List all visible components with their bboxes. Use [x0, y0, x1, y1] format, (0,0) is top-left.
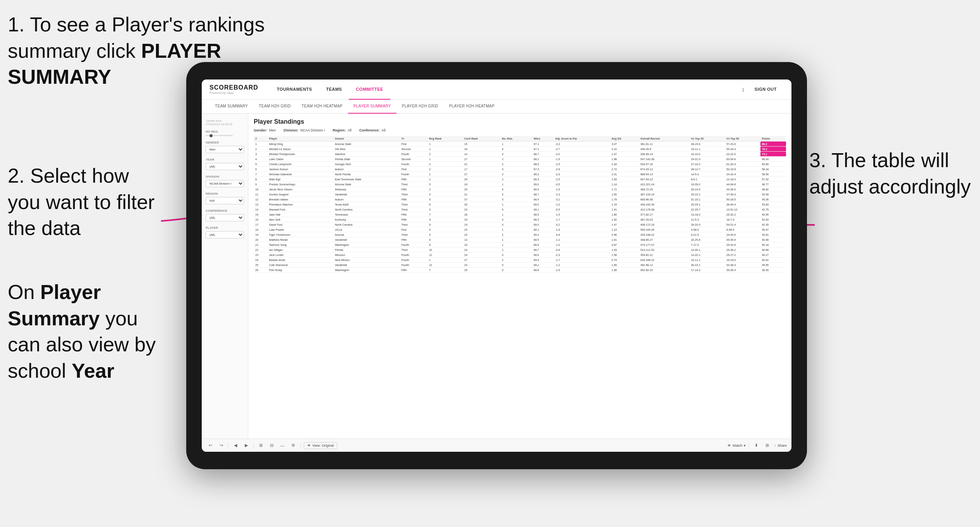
player-select[interactable]: (All) — [206, 231, 244, 238]
sub-nav-player-h2h-heatmap[interactable]: PLAYER H2H HEATMAP — [444, 100, 500, 114]
cell-rank: 6 — [254, 167, 268, 172]
cell-no-rds: 0 — [500, 222, 532, 227]
cell-vt25: 19-39-2 — [689, 182, 725, 187]
cell-school: Arizona State — [333, 182, 400, 187]
cell-player: Tiger Christensen — [268, 232, 334, 237]
cell-vt50: 25-42-9 — [725, 242, 760, 247]
sub-nav-team-h2h-grid[interactable]: TEAM H2H GRID — [253, 100, 296, 114]
division-select[interactable]: NCAA Division I — [206, 180, 244, 187]
cell-record: 605-96-38 — [639, 197, 689, 202]
cell-vt50: 19-19-0 — [725, 257, 760, 263]
cell-conf-rank: 15 — [463, 142, 500, 147]
cell-player: Jackson Koivun — [268, 167, 334, 172]
cell-reg-rank: 1 — [428, 142, 463, 147]
cell-wins: 69.0 — [532, 222, 554, 227]
sidebar-no-rds: No Rds. — [206, 130, 244, 136]
cell-record: 440-26-6 — [639, 147, 689, 152]
cell-wins: 68.3 — [532, 177, 554, 182]
cell-record: 898-54-13 — [639, 172, 689, 177]
cell-points: 40.68 — [760, 247, 786, 252]
sub-nav-player-summary[interactable]: PLAYER SUMMARY — [348, 100, 397, 114]
cell-record: 562-82-23 — [639, 268, 689, 273]
cell-rank: 17 — [254, 222, 268, 227]
conference-select[interactable]: (All) — [206, 214, 244, 221]
cell-yr: Fifth — [400, 212, 428, 217]
sub-nav-team-summary[interactable]: TEAM SUMMARY — [210, 100, 253, 114]
cell-avg-sg: 1.50 — [610, 192, 639, 197]
nav-tab-teams[interactable]: TEAMS — [319, 79, 349, 100]
cell-vt25: 8-21-5 — [689, 232, 725, 237]
annotation-step3: 3. The table will adjust accordingly — [809, 147, 972, 200]
nav-tab-committee[interactable]: COMMITTEE — [349, 79, 390, 100]
cell-no-rds: 2 — [500, 177, 532, 182]
sub-nav-player-h2h-grid[interactable]: PLAYER H2H GRID — [397, 100, 444, 114]
region-select[interactable]: N/A — [206, 197, 244, 204]
sidebar-conference: Conference (All) — [206, 209, 244, 221]
cell-vt25: 17-14-2 — [689, 268, 725, 273]
share-button[interactable]: ↑ Share — [774, 444, 787, 448]
cell-avg-sg: 1.92 — [610, 217, 639, 222]
download-button[interactable]: ⬇ — [752, 442, 760, 449]
cell-conf-rank: 25 — [463, 187, 500, 192]
cell-vt50: 8-58-0 — [725, 227, 760, 232]
cell-adj: -1.7 — [554, 217, 610, 222]
cell-points: 66.04 — [760, 157, 786, 162]
undo-button[interactable]: ↩ — [206, 442, 214, 449]
cell-reg-rank: 9 — [428, 217, 463, 222]
cell-rank: 22 — [254, 247, 268, 252]
no-rds-slider[interactable] — [206, 135, 233, 136]
cell-record: 674-33-12 — [639, 167, 689, 172]
toolbar-sep3 — [300, 442, 301, 449]
cell-points: 40.27 — [760, 252, 786, 257]
cell-vt25: 24-31-3 — [689, 157, 725, 162]
watch-button[interactable]: 👁 Watch ▾ — [727, 444, 746, 448]
cell-wins: 68.5 — [532, 212, 554, 217]
cell-record: 412-221-24 — [639, 182, 689, 187]
back-button[interactable]: ◀ — [232, 442, 239, 449]
cell-record: 514-111-52 — [639, 247, 689, 252]
cell-adj: -0.5 — [554, 207, 610, 212]
gender-select[interactable]: Men — [206, 146, 244, 153]
cell-points: 52.54 — [760, 217, 786, 222]
cell-avg-sg: 3.10 — [610, 147, 639, 152]
cell-vt50: 18-7-3 — [725, 217, 760, 222]
cell-record: 547-142-38 — [639, 157, 689, 162]
paste-button[interactable]: ⊟ — [268, 442, 275, 449]
cell-vt25: 27-10-2 — [689, 162, 725, 167]
cell-points: 40.55 — [760, 212, 786, 217]
cell-player: Maxwell Ford — [268, 207, 334, 212]
cell-vt25: 11-5-3 — [689, 217, 725, 222]
cell-vt50: 44-64-6 — [725, 182, 760, 187]
sign-out-button[interactable]: Sign out — [748, 79, 784, 100]
grid-button[interactable]: ⊞ — [763, 442, 771, 449]
cell-yr: Fifth — [400, 217, 428, 222]
forward-button[interactable]: ▶ — [242, 442, 250, 449]
table-row: 8 Mats Ege East Tennessee State Fifth 1 … — [254, 177, 786, 182]
cell-vt25: 7-17-5 — [689, 242, 725, 247]
nav-tab-tournaments[interactable]: TOURNAMENTS — [270, 79, 319, 100]
cell-conf-rank: 21 — [463, 192, 500, 197]
cell-vt50: 24-44-5 — [725, 232, 760, 237]
sub-nav-team-h2h-heatmap[interactable]: TEAM H2H HEATMAP — [296, 100, 348, 114]
cell-vt25: 19-11-1 — [689, 147, 725, 152]
redo-button[interactable]: ↪ — [217, 442, 225, 449]
cell-yr: Third — [400, 192, 428, 197]
cell-wins: 67.1 — [532, 147, 554, 152]
cell-vt50: 26-32-2 — [725, 212, 760, 217]
cell-adj: -3.2 — [554, 142, 610, 147]
main-content: Update time: 27/03/2024 16:56:26 No Rds.… — [202, 114, 791, 439]
cell-conf-rank: 25 — [463, 268, 500, 273]
cell-wins: 67.1 — [532, 142, 554, 147]
table-body: 1 Wenyi Ding Arizona State First 1 15 1 … — [254, 142, 786, 273]
year-select[interactable]: (All) — [206, 163, 244, 170]
dash-button[interactable]: — — [279, 442, 286, 449]
copy-button[interactable]: ⊞ — [257, 442, 265, 449]
cell-avg-sg: 0.74 — [610, 257, 639, 263]
view-button[interactable]: 👁 View: Original — [304, 442, 337, 449]
settings-icon[interactable]: ⚙ — [289, 442, 297, 449]
cell-avg-sg: 0.87 — [610, 242, 639, 247]
cell-record: 607-63-12 — [639, 177, 689, 182]
cell-record: 387-133-16 — [639, 192, 689, 197]
cell-conf-rank: 17 — [463, 167, 500, 172]
cell-conf-rank: 23 — [463, 207, 500, 212]
